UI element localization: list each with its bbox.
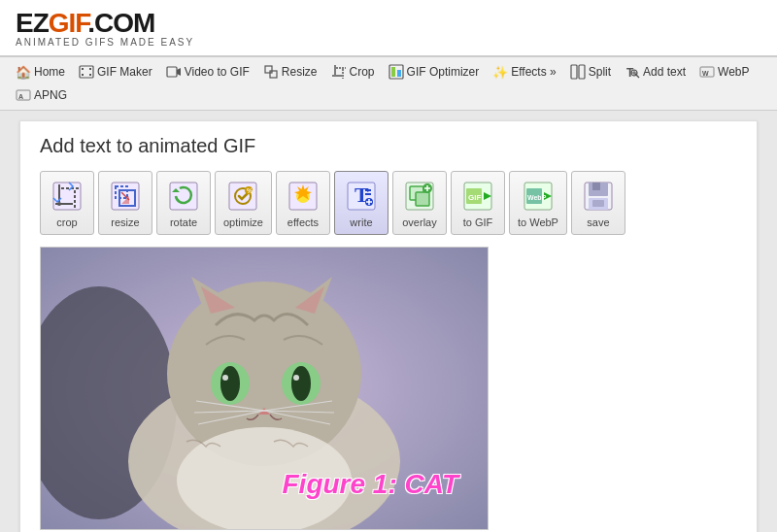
home-icon: 🏠 xyxy=(16,64,31,80)
tool-effects[interactable]: effects xyxy=(276,171,330,235)
svg-point-85 xyxy=(293,375,299,381)
svg-text:%: % xyxy=(247,187,253,194)
svg-rect-1 xyxy=(82,68,84,70)
tool-save[interactable]: save xyxy=(571,171,625,235)
tool-write[interactable]: T write xyxy=(334,171,388,235)
image-area: Figure 1: CAT xyxy=(40,247,489,530)
save-tool-icon xyxy=(580,178,617,215)
nav-webp[interactable]: W WebP xyxy=(693,61,755,83)
svg-text:W: W xyxy=(702,70,709,77)
to-gif-label: to GIF xyxy=(463,216,493,228)
svg-rect-3 xyxy=(82,74,84,76)
save-label: save xyxy=(587,216,609,228)
logo-tagline: ANIMATED GIFS MADE EASY xyxy=(16,37,761,48)
main-content: Add text to animated GIF crop xyxy=(19,120,758,532)
write-label: write xyxy=(350,216,372,228)
nav-effects[interactable]: ✨ Effects » xyxy=(487,61,561,83)
svg-marker-6 xyxy=(177,68,181,76)
svg-text:GIF: GIF xyxy=(468,193,481,202)
split-icon xyxy=(570,64,586,80)
to-webp-label: to WebP xyxy=(518,216,558,228)
svg-rect-8 xyxy=(270,71,277,78)
svg-rect-2 xyxy=(89,68,91,70)
resize-nav-icon xyxy=(263,64,279,80)
svg-rect-4 xyxy=(89,74,91,76)
svg-rect-5 xyxy=(167,67,177,77)
nav-video-to-gif[interactable]: Video to GIF xyxy=(160,61,255,83)
svg-point-81 xyxy=(220,366,240,401)
optimize-label: optimize xyxy=(223,216,263,228)
gif-preview: Figure 1: CAT xyxy=(41,248,488,529)
overlay-label: overlay xyxy=(402,216,436,228)
svg-rect-69 xyxy=(592,183,600,190)
svg-text:A: A xyxy=(18,93,23,100)
svg-rect-0 xyxy=(80,66,93,78)
svg-rect-15 xyxy=(397,70,401,77)
write-tool-icon: T xyxy=(343,178,380,215)
svg-rect-7 xyxy=(265,66,272,73)
nav-resize[interactable]: Resize xyxy=(257,61,323,83)
to-gif-icon: GIF xyxy=(459,178,496,215)
apng-icon: A xyxy=(16,87,31,103)
effects-tool-icon xyxy=(285,178,321,215)
tool-to-gif[interactable]: GIF to GIF xyxy=(451,171,505,235)
svg-rect-71 xyxy=(592,200,604,207)
svg-point-82 xyxy=(222,375,228,381)
effects-nav-icon: ✨ xyxy=(492,64,508,80)
rotate-tool-icon xyxy=(165,178,202,215)
effects-label: effects xyxy=(287,216,319,228)
nav-gif-maker[interactable]: GIF Maker xyxy=(73,61,158,83)
rotate-label: rotate xyxy=(170,216,197,228)
svg-rect-27 xyxy=(53,183,81,210)
svg-rect-16 xyxy=(571,65,577,79)
resize-label: resize xyxy=(111,216,139,228)
tool-crop[interactable]: crop xyxy=(40,171,94,235)
overlay-tool-icon xyxy=(401,178,438,215)
optimizer-icon xyxy=(388,64,404,80)
crop-label: crop xyxy=(56,216,77,228)
nav-bar: 🏠 Home GIF Maker Video to GIF Resize Cro… xyxy=(0,57,777,111)
nav-add-text[interactable]: T Add text xyxy=(619,61,692,83)
to-webp-icon: WebP xyxy=(520,178,557,215)
resize-tool-icon xyxy=(107,178,144,215)
nav-gif-optimizer[interactable]: GIF Optimizer xyxy=(383,61,486,83)
crop-nav-icon xyxy=(331,64,347,80)
optimize-tool-icon: % xyxy=(224,178,261,215)
crop-tool-icon xyxy=(49,178,85,215)
tool-rotate[interactable]: rotate xyxy=(156,171,211,235)
gif-caption: Figure 1: CAT xyxy=(283,469,458,500)
tool-resize[interactable]: resize xyxy=(98,171,152,235)
toolbox: crop resize xyxy=(40,171,737,235)
nav-split[interactable]: Split xyxy=(564,61,617,83)
svg-rect-55 xyxy=(416,192,429,206)
logo-text: EZGIF.COM xyxy=(16,8,761,39)
svg-point-32 xyxy=(57,202,61,206)
video-icon xyxy=(166,64,182,80)
film-icon xyxy=(79,64,94,80)
svg-rect-17 xyxy=(579,65,585,79)
header: EZGIF.COM ANIMATED GIFS MADE EASY xyxy=(0,0,777,57)
tool-overlay[interactable]: overlay xyxy=(392,171,447,235)
nav-home[interactable]: 🏠 Home xyxy=(10,61,71,83)
tool-optimize[interactable]: % optimize xyxy=(215,171,272,235)
tool-to-webp[interactable]: WebP to WebP xyxy=(509,171,567,235)
svg-text:WebP: WebP xyxy=(527,194,547,201)
page-title: Add text to animated GIF xyxy=(40,135,737,157)
webp-icon: W xyxy=(699,64,715,80)
text-nav-icon: T xyxy=(625,64,640,80)
nav-crop[interactable]: Crop xyxy=(325,61,381,83)
svg-point-84 xyxy=(291,366,311,401)
nav-apng[interactable]: A APNG xyxy=(10,84,73,106)
svg-rect-14 xyxy=(391,67,395,77)
logo[interactable]: EZGIF.COM ANIMATED GIFS MADE EASY xyxy=(16,8,761,48)
